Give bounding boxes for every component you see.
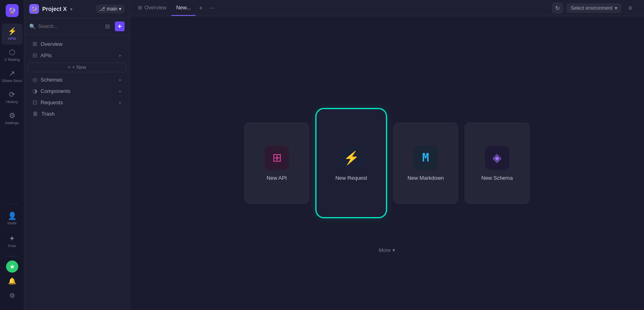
components-icon: ◑ xyxy=(32,88,37,94)
refresh-button[interactable]: ↻ xyxy=(552,2,563,14)
tab-overview-icon: ⊞ xyxy=(138,5,142,11)
new-button-row[interactable]: + + New xyxy=(28,62,126,72)
schemas-arrow-icon: ▸ xyxy=(119,78,121,82)
user-avatar[interactable]: ★ xyxy=(6,260,18,273)
sidebar-item-share-docs[interactable]: ↗ Share Docs xyxy=(2,66,23,87)
new-plus-icon: + xyxy=(68,65,71,70)
more-button[interactable]: More ▾ xyxy=(379,247,395,253)
tab-new-label: New... xyxy=(176,4,191,11)
sidebar-item-testing[interactable]: ⬡ 3 Testing xyxy=(2,45,23,66)
sidebar-nav-overview[interactable]: ⊞ Overview xyxy=(26,38,128,50)
sidebar-item-settings[interactable]: ⚙ Settings xyxy=(2,108,23,129)
new-api-label: New API xyxy=(267,175,287,181)
branch-name: main xyxy=(107,6,117,12)
add-button[interactable]: + xyxy=(115,22,125,31)
settings-icon: ⚙ xyxy=(9,112,15,119)
overview-label: Overview xyxy=(41,41,62,47)
branch-selector[interactable]: ⎇ main ▾ xyxy=(96,4,125,13)
rail-divider-2 xyxy=(6,256,18,256)
sidebar-nav-apis[interactable]: ⊟ APIs ▸ xyxy=(26,50,128,61)
more-chevron-icon: ▾ xyxy=(392,247,395,253)
apis-sidebar-label: APIs xyxy=(41,52,52,58)
apis-label: APIs xyxy=(8,36,16,41)
gear-button[interactable]: ⚙ xyxy=(6,289,19,302)
apis-icon: ⚡ xyxy=(8,28,17,35)
schemas-label: Schemas xyxy=(41,77,62,83)
notification-button[interactable]: 🔔 xyxy=(6,274,19,287)
more-label: More xyxy=(379,247,391,253)
project-name[interactable]: 🔮 Project X ▾ xyxy=(29,4,72,14)
tab-overview[interactable]: ⊞ Overview xyxy=(133,0,171,16)
new-schema-card[interactable]: ◈ New Schema xyxy=(465,123,530,204)
project-name-text: Project X xyxy=(42,6,67,12)
sidebar-item-history[interactable]: ⟳ History xyxy=(2,87,23,108)
env-placeholder-text: Select environment xyxy=(571,5,612,11)
project-chevron-icon: ▾ xyxy=(70,7,72,11)
tab-more-button[interactable]: ··· xyxy=(206,4,218,12)
components-label: Components xyxy=(41,88,71,94)
new-markdown-icon: M xyxy=(414,146,438,170)
invite-label: Invite xyxy=(7,221,17,225)
sidebar: 🔮 Project X ▾ ⎇ main ▾ 🔍 ⊟ + ⊞ Overview … xyxy=(24,0,130,310)
sidebar-nav-schemas[interactable]: ◎ Schemas ▸ xyxy=(26,74,128,85)
sidebar-nav-requests[interactable]: ⊡ Requests ▸ xyxy=(26,97,128,108)
new-markdown-card[interactable]: M New Markdown xyxy=(393,123,458,204)
sidebar-nav-components[interactable]: ◑ Components ▸ xyxy=(26,85,128,97)
apis-arrow-icon: ▸ xyxy=(119,53,121,58)
main-area: ⊞ Overview New... + ··· ↻ Select environ… xyxy=(130,0,644,310)
testing-icon: ⬡ xyxy=(9,49,15,56)
free-icon: ✦ xyxy=(9,235,15,242)
share-docs-icon: ↗ xyxy=(9,70,15,77)
sidebar-content: ⊞ Overview ⊟ APIs ▸ + + New ◎ Schemas ▸ … xyxy=(24,35,129,310)
share-docs-label: Share Docs xyxy=(2,78,22,83)
new-api-icon: ⊞ xyxy=(265,146,289,170)
search-input[interactable] xyxy=(38,24,100,29)
requests-icon: ⊡ xyxy=(32,99,37,105)
hamburger-button[interactable]: ≡ xyxy=(625,2,636,14)
history-label: History xyxy=(6,99,18,104)
trash-label: Trash xyxy=(41,111,55,117)
new-schema-icon: ◈ xyxy=(485,146,509,170)
environment-selector[interactable]: Select environment ▾ xyxy=(566,3,621,13)
branch-icon: ⎇ xyxy=(99,6,105,12)
tab-new[interactable]: New... xyxy=(171,0,196,16)
tab-add-button[interactable]: + xyxy=(196,4,206,12)
requests-arrow-icon: ▸ xyxy=(119,100,121,105)
filter-button[interactable]: ⊟ xyxy=(103,22,112,31)
new-button-label: + New xyxy=(72,65,86,70)
free-label: Free xyxy=(8,243,16,248)
apis-sidebar-icon: ⊟ xyxy=(32,52,37,58)
rail-divider xyxy=(6,204,18,204)
history-icon: ⟳ xyxy=(9,91,15,98)
icon-rail: 🔮 ⚡ APIs ⬡ 3 Testing ↗ Share Docs ⟳ Hist… xyxy=(0,0,24,310)
search-bar: 🔍 ⊟ + xyxy=(24,18,129,35)
sidebar-item-apis[interactable]: ⚡ APIs xyxy=(2,24,23,45)
top-right-toolbar: ↻ Select environment ▾ ≡ xyxy=(552,2,641,14)
new-request-icon: ⚡ xyxy=(339,146,364,170)
tab-overview-label: Overview xyxy=(144,4,166,11)
branch-chevron-icon: ▾ xyxy=(119,6,121,12)
sidebar-item-free[interactable]: ✦ Free xyxy=(2,231,23,252)
tab-bar: ⊞ Overview New... + ··· ↻ Select environ… xyxy=(130,0,644,16)
sidebar-item-invite[interactable]: 👤 Invite xyxy=(2,208,23,229)
testing-label: 3 Testing xyxy=(4,57,20,62)
sidebar-nav-trash[interactable]: 🗑 Trash xyxy=(26,108,128,119)
invite-icon: 👤 xyxy=(8,212,17,220)
new-request-card[interactable]: ⚡ New Request xyxy=(316,108,387,218)
settings-label: Settings xyxy=(5,121,19,125)
new-api-card[interactable]: ⊞ New API xyxy=(244,123,309,204)
cards-container: ⊞ New API ⚡ New Request M New Markdown xyxy=(244,108,530,218)
components-arrow-icon: ▸ xyxy=(119,89,121,93)
overview-icon: ⊞ xyxy=(32,41,37,47)
search-icon: 🔍 xyxy=(29,24,36,30)
requests-label: Requests xyxy=(41,99,63,105)
trash-icon: 🗑 xyxy=(32,110,38,117)
app-logo[interactable]: 🔮 xyxy=(6,4,19,17)
project-icon: 🔮 xyxy=(29,4,39,14)
sidebar-header: 🔮 Project X ▾ ⎇ main ▾ xyxy=(24,0,129,18)
content-area: ⊞ New API ⚡ New Request M New Markdown xyxy=(130,16,644,310)
schemas-icon: ◎ xyxy=(32,76,37,83)
env-chevron-icon: ▾ xyxy=(615,5,617,11)
new-schema-label: New Schema xyxy=(481,175,513,181)
new-request-label: New Request xyxy=(335,175,367,181)
